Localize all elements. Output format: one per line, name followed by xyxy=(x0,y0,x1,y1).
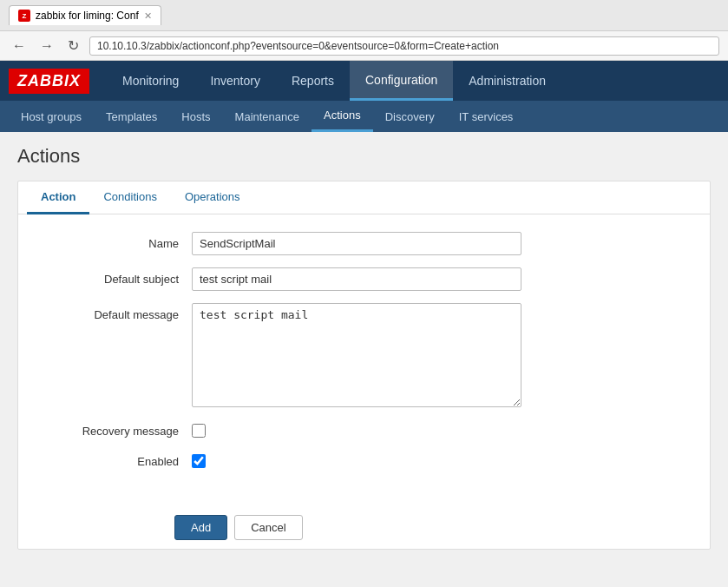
recovery-label: Recovery message xyxy=(53,419,192,438)
message-row: Default message test script mail xyxy=(53,303,675,407)
add-button[interactable]: Add xyxy=(174,515,227,540)
address-input[interactable] xyxy=(89,36,719,56)
name-input[interactable] xyxy=(192,232,521,255)
form-actions: Add Cancel xyxy=(18,506,710,549)
browser-tab[interactable]: Z zabbix for liming: Conf ✕ xyxy=(9,5,161,25)
subject-input[interactable] xyxy=(192,267,521,291)
cancel-button[interactable]: Cancel xyxy=(234,515,302,540)
page-content: Actions Action Conditions Operations Nam… xyxy=(0,132,728,563)
zabbix-logo[interactable]: ZABBIX xyxy=(9,69,89,94)
subnav-hosts[interactable]: Hosts xyxy=(169,101,222,132)
form-card: Action Conditions Operations Name Defaul… xyxy=(17,181,711,550)
tab-close-icon[interactable]: ✕ xyxy=(144,10,152,22)
subnav-discovery[interactable]: Discovery xyxy=(373,101,447,132)
nav-reports[interactable]: Reports xyxy=(276,61,350,101)
tab-operations[interactable]: Operations xyxy=(171,181,254,214)
top-nav: ZABBIX Monitoring Inventory Reports Conf… xyxy=(0,61,728,101)
nav-configuration[interactable]: Configuration xyxy=(350,61,453,101)
name-row: Name xyxy=(53,232,675,255)
enabled-row: Enabled xyxy=(53,450,675,468)
form-body: Name Default subject Default message tes… xyxy=(18,214,710,506)
top-nav-items: Monitoring Inventory Reports Configurati… xyxy=(107,61,561,101)
enabled-checkbox[interactable] xyxy=(192,454,206,468)
name-label: Name xyxy=(53,232,192,250)
recovery-row: Recovery message xyxy=(53,419,675,438)
subnav-host-groups[interactable]: Host groups xyxy=(9,101,94,132)
tab-title: zabbix for liming: Conf xyxy=(36,10,139,22)
nav-administration[interactable]: Administration xyxy=(453,61,561,101)
browser-tab-bar: Z zabbix for liming: Conf ✕ xyxy=(0,0,728,31)
nav-inventory[interactable]: Inventory xyxy=(194,61,276,101)
refresh-button[interactable]: ↻ xyxy=(64,36,82,56)
subnav-actions[interactable]: Actions xyxy=(312,101,373,132)
subject-row: Default subject xyxy=(53,267,675,291)
subject-label: Default subject xyxy=(53,267,192,286)
page-title: Actions xyxy=(17,145,711,168)
tab-favicon: Z xyxy=(18,10,30,22)
subnav-templates[interactable]: Templates xyxy=(94,101,169,132)
enabled-label: Enabled xyxy=(53,450,192,468)
forward-button[interactable]: → xyxy=(36,36,57,56)
tab-conditions[interactable]: Conditions xyxy=(89,181,170,214)
subnav-maintenance[interactable]: Maintenance xyxy=(223,101,312,132)
message-label: Default message xyxy=(53,303,192,321)
sub-nav: Host groups Templates Hosts Maintenance … xyxy=(0,101,728,132)
back-button[interactable]: ← xyxy=(9,36,30,56)
subnav-it-services[interactable]: IT services xyxy=(447,101,526,132)
tab-action[interactable]: Action xyxy=(27,181,89,214)
address-bar-row: ← → ↻ xyxy=(0,31,728,61)
form-tabs: Action Conditions Operations xyxy=(18,181,710,214)
nav-monitoring[interactable]: Monitoring xyxy=(107,61,194,101)
message-textarea[interactable]: test script mail xyxy=(192,303,521,407)
recovery-checkbox[interactable] xyxy=(192,424,206,438)
